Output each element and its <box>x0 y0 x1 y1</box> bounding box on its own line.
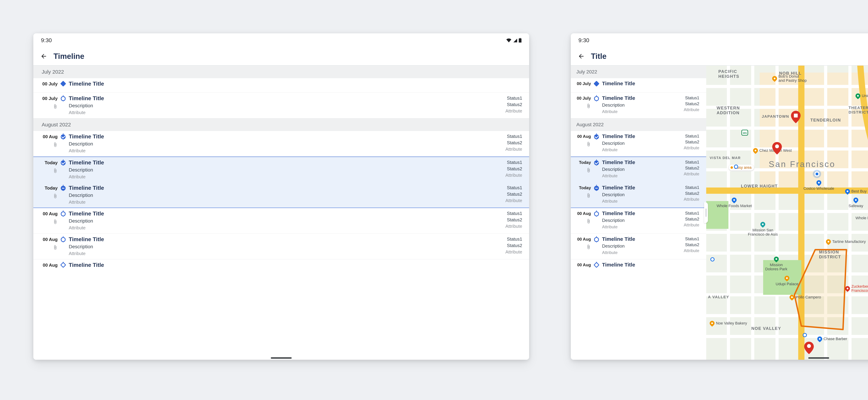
timeline-item-selected[interactable]: Today Timeline Title Description Attribu… <box>33 182 529 208</box>
timeline-item[interactable]: 00 Aug Timeline Title Description Attrib… <box>33 234 529 259</box>
timeline-title: Timeline Title <box>602 262 699 268</box>
timeline-item[interactable]: 00 Aug Timeline Title <box>33 259 529 274</box>
timeline-meta: Status1 Status2 Attribute <box>505 185 522 203</box>
timeline-node-now-icon <box>594 186 599 191</box>
timeline-attr: Attribute <box>69 110 501 115</box>
highway-shield-icon: 101 <box>741 129 749 136</box>
timeline-title: Timeline Title <box>602 133 680 139</box>
timeline-item[interactable]: 00 July Timeline Title <box>33 78 529 93</box>
timeline-node-now-icon <box>61 186 66 191</box>
timeline-attr: Attribute <box>602 250 680 255</box>
timeline-item[interactable]: 00 Aug Timeline Title Description Attrib… <box>571 234 706 259</box>
svg-point-35 <box>775 145 779 148</box>
map-marker-icon <box>804 342 814 354</box>
status-time: 9:30 <box>41 37 52 43</box>
status-icons <box>506 38 522 42</box>
svg-text:101: 101 <box>743 132 747 134</box>
map-area-label: NOB HILL <box>779 71 802 76</box>
timeline-title: Timeline Title <box>602 81 699 87</box>
timeline-date: Today <box>44 160 58 165</box>
timeline-desc: Description <box>602 243 680 249</box>
timeline-date: 00 Aug <box>43 263 58 268</box>
back-button[interactable] <box>576 51 586 61</box>
timeline-meta: Status1Status2Attribute <box>684 95 699 112</box>
timeline-item-selected[interactable]: Today Timeline Title Description Attribu… <box>33 157 529 182</box>
timeline-attr: Attribute <box>69 199 501 205</box>
timeline-item[interactable]: 00 July Timeline Title Description Attri… <box>571 93 706 118</box>
timeline-date: 00 July <box>577 96 591 101</box>
timeline-title: Timeline Title <box>602 210 680 216</box>
timeline-item[interactable]: 00 Aug Timeline Title Description Attrib… <box>33 131 529 157</box>
timeline-title: Timeline Title <box>69 236 501 243</box>
timeline-meta: Status1Status2Attribute <box>684 159 699 176</box>
timeline-title: Timeline Title <box>602 95 680 101</box>
timeline-item-selected[interactable]: Today Timeline Title Description Attribu… <box>571 182 706 208</box>
timeline-node-open-icon <box>594 96 599 101</box>
map-marker-icon <box>791 111 801 123</box>
map-pane[interactable]: San Francisco Busy area Busy area PACIFI… <box>706 66 868 360</box>
timeline-title: Timeline Title <box>69 159 501 166</box>
timeline-meta: Status1Status2Attribute <box>684 210 699 227</box>
timeline-node-end-icon <box>593 262 599 268</box>
timeline-node-open-icon <box>61 96 66 101</box>
timeline-item[interactable]: 00 July Timeline Title <box>571 78 706 93</box>
timeline-date: 00 July <box>42 96 58 101</box>
attachment-icon <box>586 168 591 173</box>
nav-handle[interactable] <box>271 357 292 359</box>
timeline-date: Today <box>579 160 591 165</box>
timeline-attr: Attribute <box>602 224 680 229</box>
timeline-item[interactable]: 00 Aug Timeline Title Description Attrib… <box>571 131 706 157</box>
timeline-date: 00 Aug <box>577 263 591 267</box>
transit-station-icon <box>710 257 715 261</box>
statusbar: 9:30 <box>571 33 868 47</box>
timeline-meta: Status1 Status2 Attribute <box>505 95 522 114</box>
timeline-desc: Description <box>602 102 680 108</box>
timeline-attr: Attribute <box>69 148 501 153</box>
timeline-meta: Status1Status2Attribute <box>684 236 699 253</box>
attachment-icon <box>586 193 591 198</box>
timeline-title: Timeline Title <box>602 236 680 242</box>
battery-icon <box>519 38 522 42</box>
timeline-item[interactable]: 00 Aug Timeline Title Description Attrib… <box>571 208 706 234</box>
timeline-desc: Description <box>69 141 501 147</box>
timeline-date: 00 Aug <box>577 237 591 242</box>
nav-handle[interactable] <box>808 357 829 359</box>
timeline-item-selected[interactable]: Today Timeline Title Description Attribu… <box>571 157 706 182</box>
timeline-item[interactable]: 00 July Timeline Title Description Attri… <box>33 93 529 118</box>
timeline-item[interactable]: 00 Aug Timeline Title <box>571 259 706 274</box>
timeline-desc: Description <box>69 167 501 173</box>
timeline-title: Timeline Title <box>69 133 501 140</box>
device-timeline-map: 9:30 Title July 2022 00 July Timeline Ti… <box>571 33 868 360</box>
section-header-july: July 2022 <box>571 66 706 78</box>
timeline-title: Timeline Title <box>69 210 501 217</box>
svg-rect-33 <box>706 201 728 229</box>
status-time: 9:30 <box>579 37 589 43</box>
timeline-date: 00 Aug <box>43 237 58 242</box>
attachment-icon <box>53 104 58 109</box>
timeline-meta: Status1 Status2 Attribute <box>505 159 522 178</box>
svg-rect-34 <box>794 114 798 118</box>
timeline-pane: July 2022 00 July Timeline Title <box>33 66 529 360</box>
timeline-desc: Description <box>602 218 680 223</box>
attachment-icon <box>586 103 591 108</box>
section-header-july: July 2022 <box>33 66 529 78</box>
timeline-item[interactable]: 00 Aug Timeline Title Description Attrib… <box>33 208 529 234</box>
map-area-label: A VALLEY <box>708 295 729 299</box>
timeline-node-open-icon <box>594 237 599 242</box>
wifi-icon <box>506 38 512 42</box>
svg-rect-32 <box>763 260 801 295</box>
svg-point-36 <box>807 344 811 348</box>
appbar: Title <box>571 47 868 66</box>
timeline-node-open-icon <box>61 212 66 216</box>
timeline-attr: Attribute <box>69 251 501 256</box>
timeline-date: Today <box>579 185 591 190</box>
attachment-icon <box>53 168 58 173</box>
timeline-date: 00 July <box>577 81 591 86</box>
back-button[interactable] <box>39 51 49 61</box>
split-divider-handle[interactable] <box>704 202 708 223</box>
map-marker-icon <box>772 142 782 155</box>
map-city-label: San Francisco <box>769 159 836 169</box>
timeline-meta: Status1Status2Attribute <box>684 133 699 150</box>
attachment-icon <box>586 219 591 224</box>
timeline-attr: Attribute <box>602 174 680 178</box>
